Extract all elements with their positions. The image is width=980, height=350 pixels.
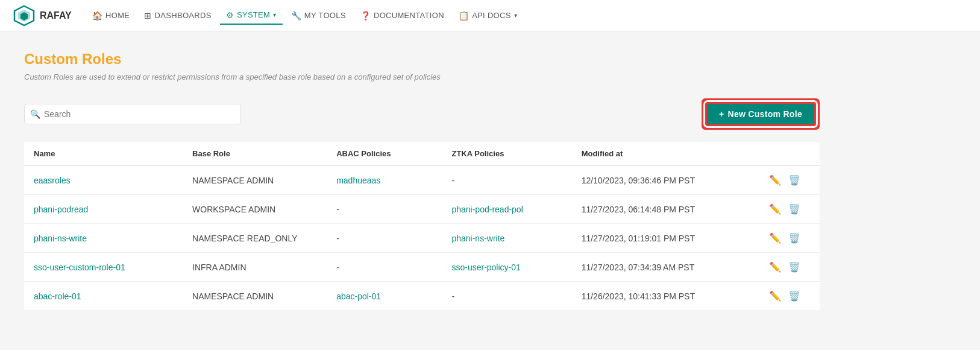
page-subtitle: Custom Roles are used to extend or restr… <box>24 72 820 81</box>
new-role-label: New Custom Role <box>727 109 802 119</box>
cell-name: eaasroles <box>24 166 183 195</box>
system-icon: ⚙ <box>226 10 234 20</box>
cell-modified: 11/27/2023, 06:14:48 PM PST <box>572 195 759 224</box>
cell-ztka: sso-user-policy-01 <box>442 253 571 282</box>
search-wrapper: 🔍 <box>24 104 241 124</box>
dashboards-icon: ⊞ <box>144 11 151 21</box>
nav-items: 🏠 HOME ⊞ DASHBOARDS ⚙ SYSTEM ▾ 🔧 MY TOOL… <box>86 7 968 25</box>
delete-icon[interactable]: 🗑️ <box>788 203 800 215</box>
home-icon: 🏠 <box>92 11 102 21</box>
cell-abac: - <box>327 253 442 282</box>
nav-mytools[interactable]: 🔧 MY TOOLS <box>285 7 352 24</box>
apidocs-dropdown-icon: ▾ <box>514 12 517 19</box>
cell-name: sso-user-custom-role-01 <box>24 253 183 282</box>
cell-baserole: NAMESPACE ADMIN <box>183 282 327 311</box>
th-abac: ABAC Policies <box>327 142 442 166</box>
th-ztka: ZTKA Policies <box>442 142 571 166</box>
cell-actions: ✏️ 🗑️ <box>759 282 820 311</box>
cell-modified: 12/10/2023, 09:36:46 PM PST <box>572 166 759 195</box>
cell-actions: ✏️ 🗑️ <box>759 195 820 224</box>
new-role-button-wrapper: + New Custom Role <box>702 98 820 130</box>
main-content: Custom Roles Custom Roles are used to ex… <box>0 31 844 329</box>
edit-icon[interactable]: ✏️ <box>769 174 781 186</box>
api-icon: 📋 <box>459 11 469 21</box>
cell-ztka: - <box>442 282 571 311</box>
cell-ztka: - <box>442 166 571 195</box>
cell-abac: - <box>327 224 442 253</box>
table-body: eaasrolesNAMESPACE ADMINmadhueaas-12/10/… <box>24 166 820 311</box>
cell-abac: abac-pol-01 <box>327 282 442 311</box>
nav-home[interactable]: 🏠 HOME <box>86 7 136 24</box>
nav-system[interactable]: ⚙ SYSTEM ▾ <box>220 7 283 25</box>
cell-name: phani-ns-write <box>24 224 183 253</box>
ztka-policy-link[interactable]: sso-user-policy-01 <box>451 262 520 272</box>
nav-dashboards[interactable]: ⊞ DASHBOARDS <box>138 7 217 24</box>
cell-baserole: NAMESPACE READ_ONLY <box>183 224 327 253</box>
delete-icon[interactable]: 🗑️ <box>788 290 800 302</box>
edit-icon[interactable]: ✏️ <box>769 203 781 215</box>
th-modified: Modified at <box>572 142 759 166</box>
cell-abac: madhueaas <box>327 166 442 195</box>
role-name-link[interactable]: eaasroles <box>34 176 71 185</box>
th-name: Name <box>24 142 183 166</box>
abac-policy-link[interactable]: abac-pol-01 <box>336 291 381 301</box>
cell-baserole: NAMESPACE ADMIN <box>183 166 327 195</box>
delete-icon[interactable]: 🗑️ <box>788 174 800 186</box>
nav-documentation[interactable]: ❓ DOCUMENTATION <box>354 7 450 24</box>
edit-icon[interactable]: ✏️ <box>769 261 781 273</box>
cell-actions: ✏️ 🗑️ <box>759 166 820 195</box>
th-baserole: Base Role <box>183 142 327 166</box>
cell-baserole: WORKSPACE ADMIN <box>183 195 327 224</box>
ztka-policy-link[interactable]: phani-pod-read-pol <box>451 205 523 214</box>
system-dropdown-icon: ▾ <box>273 11 276 18</box>
cell-actions: ✏️ 🗑️ <box>759 224 820 253</box>
th-actions <box>759 142 820 166</box>
table-row: abac-role-01NAMESPACE ADMINabac-pol-01-1… <box>24 282 820 311</box>
cell-actions: ✏️ 🗑️ <box>759 253 820 282</box>
table-header: Name Base Role ABAC Policies ZTKA Polici… <box>24 142 820 166</box>
tools-icon: 🔧 <box>291 11 301 21</box>
role-name-link[interactable]: sso-user-custom-role-01 <box>34 262 125 272</box>
brand-logo[interactable]: RAFAY <box>12 4 72 28</box>
ztka-policy-link[interactable]: phani-ns-write <box>451 234 504 243</box>
abac-policy-link[interactable]: madhueaas <box>336 176 380 185</box>
nav-apidocs[interactable]: 📋 API DOCS ▾ <box>453 7 523 24</box>
edit-icon[interactable]: ✏️ <box>769 232 781 244</box>
table-row: sso-user-custom-role-01INFRA ADMIN-sso-u… <box>24 253 820 282</box>
cell-modified: 11/27/2023, 01:19:01 PM PST <box>572 224 759 253</box>
cell-ztka: phani-ns-write <box>442 224 571 253</box>
cell-baserole: INFRA ADMIN <box>183 253 327 282</box>
roles-table: Name Base Role ABAC Policies ZTKA Polici… <box>24 142 820 310</box>
brand-name: RAFAY <box>40 10 72 21</box>
cell-name: abac-role-01 <box>24 282 183 311</box>
navbar: RAFAY 🏠 HOME ⊞ DASHBOARDS ⚙ SYSTEM ▾ 🔧 M… <box>0 0 980 31</box>
new-custom-role-button[interactable]: + New Custom Role <box>705 102 816 126</box>
edit-icon[interactable]: ✏️ <box>769 290 781 302</box>
role-name-link[interactable]: phani-ns-write <box>34 234 87 243</box>
plus-icon: + <box>719 109 724 119</box>
delete-icon[interactable]: 🗑️ <box>788 232 800 244</box>
role-name-link[interactable]: phani-podread <box>34 205 88 214</box>
cell-modified: 11/27/2023, 07:34:39 AM PST <box>572 253 759 282</box>
toolbar: 🔍 + New Custom Role <box>24 98 820 130</box>
cell-name: phani-podread <box>24 195 183 224</box>
cell-ztka: phani-pod-read-pol <box>442 195 571 224</box>
role-name-link[interactable]: abac-role-01 <box>34 291 81 301</box>
search-input[interactable] <box>24 104 241 124</box>
docs-icon: ❓ <box>360 11 371 21</box>
table-row: eaasrolesNAMESPACE ADMINmadhueaas-12/10/… <box>24 166 820 195</box>
cell-modified: 11/26/2023, 10:41:33 PM PST <box>572 282 759 311</box>
cell-abac: - <box>327 195 442 224</box>
table-row: phani-ns-writeNAMESPACE READ_ONLY-phani-… <box>24 224 820 253</box>
search-icon: 🔍 <box>30 109 40 119</box>
table-row: phani-podreadWORKSPACE ADMIN-phani-pod-r… <box>24 195 820 224</box>
page-title: Custom Roles <box>24 51 820 68</box>
delete-icon[interactable]: 🗑️ <box>788 261 800 273</box>
